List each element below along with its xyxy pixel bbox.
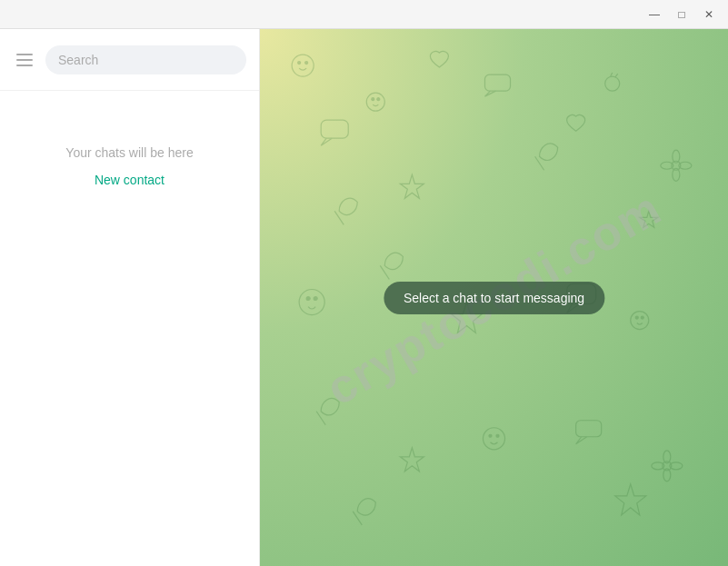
sidebar-header <box>0 29 259 91</box>
svg-point-18 <box>314 296 317 300</box>
search-wrapper <box>45 45 246 74</box>
search-input[interactable] <box>45 45 246 74</box>
new-contact-link[interactable]: New contact <box>95 173 165 187</box>
svg-point-2 <box>305 62 308 65</box>
maximize-button[interactable]: □ <box>670 5 693 24</box>
svg-point-3 <box>366 93 384 111</box>
svg-rect-6 <box>321 120 348 138</box>
svg-point-16 <box>299 289 324 314</box>
sidebar: Your chats will be here New contact <box>0 29 260 566</box>
svg-point-24 <box>489 434 492 437</box>
title-bar: — □ ✕ <box>0 0 728 29</box>
svg-rect-26 <box>576 421 602 437</box>
svg-point-22 <box>641 316 643 319</box>
select-chat-message: Select a chat to start messaging <box>384 282 604 314</box>
svg-point-23 <box>483 428 504 450</box>
svg-point-4 <box>372 98 374 101</box>
minimize-button[interactable]: — <box>643 5 666 24</box>
svg-line-9 <box>611 73 613 76</box>
svg-point-17 <box>306 296 310 300</box>
app-container: Your chats will be here New contact <box>0 29 728 566</box>
empty-state-text: Your chats will be here <box>65 145 193 160</box>
svg-point-5 <box>377 98 380 101</box>
svg-point-20 <box>631 312 649 330</box>
svg-point-8 <box>605 76 620 91</box>
chat-list-empty: Your chats will be here New contact <box>0 91 259 566</box>
svg-point-25 <box>496 434 499 437</box>
svg-point-0 <box>292 55 314 76</box>
svg-line-10 <box>615 74 618 77</box>
menu-icon[interactable] <box>13 50 36 70</box>
svg-point-21 <box>635 316 638 319</box>
svg-rect-7 <box>484 74 510 91</box>
svg-point-1 <box>298 62 301 65</box>
close-button[interactable]: ✕ <box>697 5 721 24</box>
window-controls: — □ ✕ <box>643 5 721 24</box>
chat-area: cryptocodi.com Select a chat to start me… <box>260 29 728 566</box>
